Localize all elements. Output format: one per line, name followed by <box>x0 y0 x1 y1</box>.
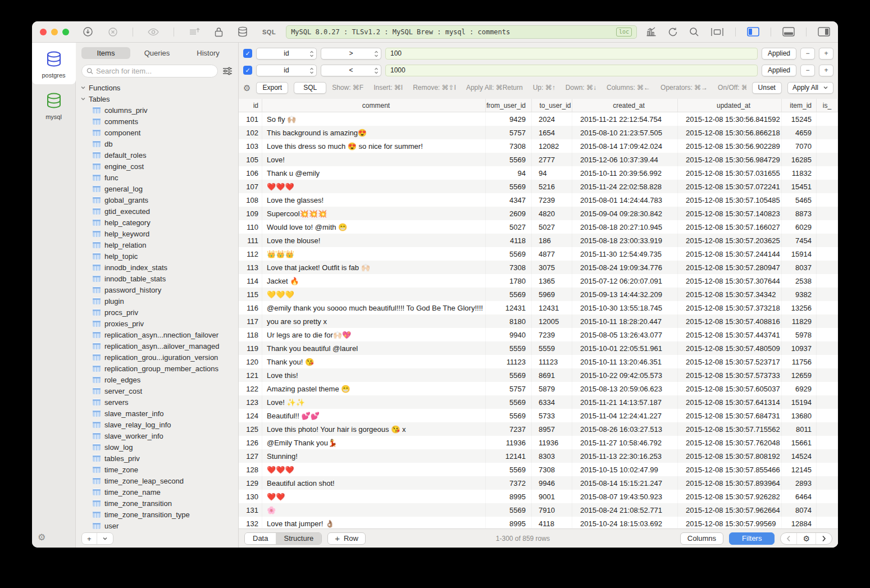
cell-from-user-id[interactable]: 11123 <box>486 355 532 368</box>
database-icon[interactable] <box>238 26 248 37</box>
cell-to-user-id[interactable]: 2024 <box>532 112 572 126</box>
cell-is[interactable] <box>817 409 838 422</box>
cell-item-id[interactable]: 8037 <box>782 261 817 274</box>
table-row[interactable]: 118 Ur legs are to die for🙌🏻💖 9940 7239 … <box>239 328 838 341</box>
cell-created-at[interactable]: 2015-11-04 12:24:41.227 <box>572 409 678 422</box>
cell-created-at[interactable]: 2015-11-24 22:02:58.828 <box>572 180 678 193</box>
sidebar-table-item[interactable]: innodb_index_stats <box>80 262 238 273</box>
cell-updated-at[interactable]: 2015-12-08 15:30:56.902289 <box>678 139 782 153</box>
filter-applied-button[interactable]: Applied <box>762 48 796 60</box>
cell-id[interactable]: 101 <box>239 112 262 126</box>
remove-filter-button[interactable]: − <box>800 48 815 60</box>
tab-data[interactable]: Data <box>245 533 276 544</box>
cell-updated-at[interactable]: 2015-12-08 15:30:57.480509 <box>678 341 782 355</box>
table-row[interactable]: 105 Love! 5569 2777 2015-12-06 10:37:39.… <box>239 153 838 166</box>
filter-operator-select[interactable]: < <box>321 65 381 76</box>
cell-updated-at[interactable]: 2015-12-08 15:30:57.523717 <box>678 355 782 368</box>
cell-is[interactable] <box>817 476 838 490</box>
cell-created-at[interactable]: 2015-10-11 13:20:46.351 <box>572 355 678 368</box>
sidebar-table-item[interactable]: comments <box>80 116 238 127</box>
cell-id[interactable]: 118 <box>239 328 262 341</box>
sidebar-table-item[interactable]: replication_grou...iguration_version <box>80 352 238 363</box>
cell-updated-at[interactable]: 2015-12-08 15:30:56.866218 <box>678 126 782 139</box>
sidebar-table-item[interactable]: role_edges <box>80 374 238 385</box>
connection-postgres[interactable]: postgres <box>32 43 76 84</box>
sidebar-table-item[interactable]: help_keyword <box>80 228 238 239</box>
cell-to-user-id[interactable]: 94 <box>532 166 572 180</box>
filter-value-input[interactable] <box>385 48 758 60</box>
cell-created-at[interactable]: 2015-09-13 14:44:32.209 <box>572 288 678 301</box>
prev-page-button[interactable] <box>781 533 796 544</box>
cell-updated-at[interactable]: 2015-12-08 15:30:56.984729 <box>678 153 782 166</box>
cell-item-id[interactable]: 15914 <box>782 247 817 261</box>
cell-id[interactable]: 124 <box>239 409 262 422</box>
cell-comment[interactable]: Jacket 🔥 <box>262 274 486 288</box>
cell-is[interactable] <box>817 234 838 247</box>
column-header-created-at[interactable]: created_at <box>572 99 678 112</box>
cell-id[interactable]: 103 <box>239 139 262 153</box>
cell-from-user-id[interactable]: 12141 <box>486 449 532 463</box>
column-header-from-user-id[interactable]: from_user_id <box>486 99 532 112</box>
chart-icon[interactable] <box>646 27 657 37</box>
cell-comment[interactable]: Love that jumper! 👌🏽 <box>262 517 486 528</box>
table-row[interactable]: 107 ❤️❤️❤️ 5569 5216 2015-11-24 22:02:58… <box>239 180 838 193</box>
filter-settings-gear-icon[interactable]: ⚙ <box>243 84 250 92</box>
cell-comment[interactable]: Amazing pastel theme 😁 <box>262 382 486 395</box>
sidebar-table-item[interactable]: help_relation <box>80 239 238 250</box>
export-button[interactable]: Export <box>256 82 288 94</box>
tab-items[interactable]: Items <box>81 47 130 59</box>
cell-item-id[interactable]: 14524 <box>782 449 817 463</box>
cell-to-user-id[interactable]: 7239 <box>532 193 572 207</box>
cell-id[interactable]: 110 <box>239 220 262 234</box>
cell-item-id[interactable]: 11829 <box>782 314 817 328</box>
pending-changes-icon[interactable] <box>189 28 200 37</box>
cell-to-user-id[interactable]: 7910 <box>532 503 572 517</box>
sidebar-table-item[interactable]: time_zone <box>80 464 238 475</box>
cell-id[interactable]: 121 <box>239 368 262 382</box>
cell-updated-at[interactable]: 2015-12-08 15:30:57.244144 <box>678 247 782 261</box>
minimize-window-button[interactable] <box>51 29 58 35</box>
cell-from-user-id[interactable]: 5569 <box>486 180 532 193</box>
cell-is[interactable] <box>817 422 838 436</box>
cell-is[interactable] <box>817 503 838 517</box>
cell-created-at[interactable]: 2015-08-10 21:23:57.505 <box>572 126 678 139</box>
cell-from-user-id[interactable]: 1780 <box>486 274 532 288</box>
cell-from-user-id[interactable]: 9429 <box>486 112 532 126</box>
cell-item-id[interactable]: 9382 <box>782 288 817 301</box>
cell-id[interactable]: 128 <box>239 463 262 476</box>
cell-to-user-id[interactable]: 1365 <box>532 274 572 288</box>
cell-item-id[interactable]: 16285 <box>782 153 817 166</box>
cell-created-at[interactable]: 2015-08-24 19:09:34.776 <box>572 261 678 274</box>
cell-id[interactable]: 106 <box>239 166 262 180</box>
cell-updated-at[interactable]: 2015-12-08 15:30:57.762048 <box>678 436 782 449</box>
cell-created-at[interactable]: 2015-10-15 10:02:47.99 <box>572 463 678 476</box>
tab-history[interactable]: History <box>184 47 233 59</box>
cell-updated-at[interactable]: 2015-12-08 15:30:57.684731 <box>678 409 782 422</box>
tree-section-tables[interactable]: Tables <box>80 93 238 104</box>
cell-comment[interactable]: 🌸 <box>262 503 486 517</box>
table-row[interactable]: 127 Stunning! 12141 8303 2015-11-13 22:3… <box>239 449 838 463</box>
toggle-bottom-panel-icon[interactable] <box>782 27 795 37</box>
cell-from-user-id[interactable]: 5569 <box>486 288 532 301</box>
cell-from-user-id[interactable]: 7237 <box>486 422 532 436</box>
cell-to-user-id[interactable]: 7308 <box>532 463 572 476</box>
cell-created-at[interactable]: 2015-08-05 13:26:43.077 <box>572 328 678 341</box>
tab-structure[interactable]: Structure <box>276 533 321 544</box>
sidebar-table-item[interactable]: password_history <box>80 284 238 295</box>
cell-item-id[interactable]: 7070 <box>782 139 817 153</box>
cell-created-at[interactable]: 2015-08-14 15:15:21.247 <box>572 476 678 490</box>
cell-id[interactable]: 111 <box>239 234 262 247</box>
table-row[interactable]: 120 Thank you! 😘 11123 11123 2015-10-11 … <box>239 355 838 368</box>
column-header-updated-at[interactable]: updated_at <box>678 99 782 112</box>
cell-updated-at[interactable]: 2015-12-08 15:30:57.072241 <box>678 180 782 193</box>
sidebar-table-item[interactable]: server_cost <box>80 385 238 396</box>
cell-created-at[interactable]: 2015-08-01 14:24:44.783 <box>572 193 678 207</box>
cell-id[interactable]: 112 <box>239 247 262 261</box>
cell-updated-at[interactable]: 2015-12-08 15:30:57.641314 <box>678 395 782 409</box>
cell-item-id[interactable]: 15451 <box>782 180 817 193</box>
filter-applied-button[interactable]: Applied <box>762 65 796 76</box>
cell-item-id[interactable]: 6929 <box>782 382 817 395</box>
filter-operator-select[interactable]: > <box>321 48 381 60</box>
cell-item-id[interactable]: 8873 <box>782 207 817 220</box>
cell-created-at[interactable]: 2015-10-01 22:05:51.961 <box>572 341 678 355</box>
